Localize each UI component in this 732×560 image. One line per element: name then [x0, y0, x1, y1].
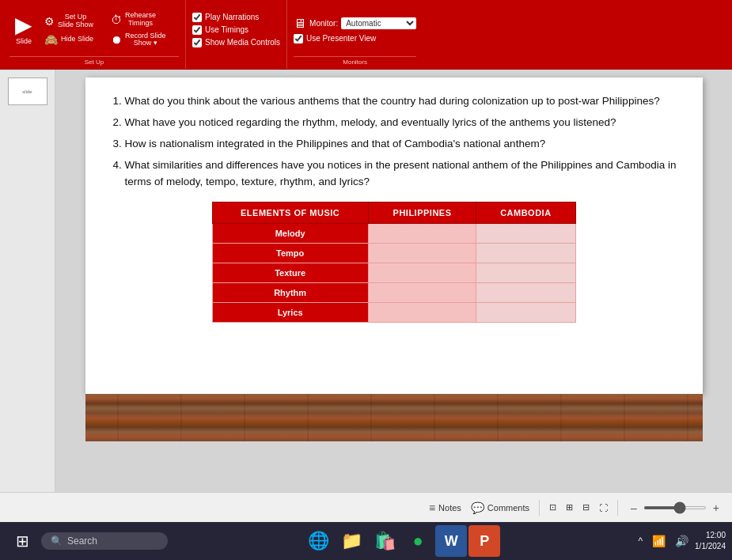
comments-label: Comments	[487, 503, 529, 513]
monitor-label: Monitor:	[309, 19, 338, 28]
system-tray-caret[interactable]: ^	[635, 534, 646, 548]
play-narrations-input[interactable]	[192, 13, 202, 22]
speaker-icon: 🔊	[675, 535, 688, 547]
question-4: What similarities and differences have y…	[125, 157, 679, 191]
use-timings-input[interactable]	[192, 25, 202, 35]
date-display: 1/1/2024	[695, 541, 726, 552]
normal-view-icon: ⊡	[549, 502, 556, 513]
start-button[interactable]: ⊞	[6, 525, 38, 557]
wood-background	[85, 394, 703, 441]
play-narrations-label: Play Narrations	[205, 13, 259, 21]
element-tempo: Tempo	[212, 243, 368, 263]
taskbar-store[interactable]: 🛍️	[369, 525, 400, 557]
reading-view-button[interactable]: ⊟	[582, 502, 590, 513]
checkbox-group: Play Narrations Use Timings Show Media C…	[192, 3, 280, 56]
table-row: Texture	[212, 263, 575, 282]
main-area: slide What do you think about the variou…	[0, 70, 732, 492]
header-cambodia: CAMBODIA	[476, 202, 575, 223]
table-row: Lyrics	[212, 302, 575, 322]
rehearse-label: RehearseTimings	[125, 12, 156, 28]
show-media-controls-label: Show Media Controls	[205, 38, 280, 47]
browser-icon: 🌐	[308, 531, 329, 551]
ribbon-checkboxes-section: Play Narrations Use Timings Show Media C…	[186, 0, 287, 69]
play-narrations-checkbox[interactable]: Play Narrations	[192, 13, 280, 22]
taskbar-file-explorer[interactable]: 📁	[336, 525, 367, 557]
lyrics-philippines	[368, 302, 476, 322]
presenter-view-button[interactable]: ⛶	[599, 503, 608, 513]
status-bar: ≡ Notes 💬 Comments ⊡ ⊞ ⊟ ⛶ – +	[0, 492, 732, 522]
slide-label: Slide	[16, 38, 32, 46]
header-philippines: PHILIPPINES	[368, 202, 476, 223]
spotify-icon: ●	[413, 531, 423, 551]
slide-canvas: What do you think about the various anth…	[55, 70, 732, 492]
presenter-view-icon: ⛶	[599, 503, 608, 513]
melody-philippines	[368, 223, 476, 243]
ribbon-setup-section: ▶ Slide ⚙ Set UpSlide Show 🙈 Hide Slide …	[3, 0, 186, 69]
monitor-group: 🖥 Monitor: Automatic Primary Monitor Use…	[294, 3, 416, 56]
taskbar-time: 12:00 1/1/2024	[695, 530, 726, 552]
taskbar-word[interactable]: W	[435, 525, 467, 557]
notes-button[interactable]: ≡ Notes	[429, 501, 461, 514]
texture-cambodia	[476, 263, 575, 282]
slide-content: What do you think about the various anth…	[85, 78, 703, 394]
rehearse-button[interactable]: ⏱ RehearseTimings	[108, 10, 179, 29]
volume-icon[interactable]: 🔊	[672, 533, 692, 549]
question-1-text: What do you think about the various anth…	[125, 95, 660, 107]
setup-section-label: Set Up	[9, 56, 179, 66]
search-bar[interactable]: 🔍 Search	[41, 532, 168, 550]
presenter-view-checkbox[interactable]: Use Presenter View	[294, 34, 416, 44]
search-label: Search	[67, 535, 97, 547]
reading-view-icon: ⊟	[582, 502, 590, 513]
element-texture: Texture	[212, 263, 368, 282]
use-timings-checkbox[interactable]: Use Timings	[192, 25, 280, 35]
slide-sorter-icon: ⊞	[566, 502, 573, 513]
comments-button[interactable]: 💬 Comments	[471, 501, 529, 514]
hide-button[interactable]: 🙈 Hide Slide	[41, 32, 104, 47]
taskbar-spotify[interactable]: ●	[402, 525, 434, 557]
zoom-minus-button[interactable]: –	[628, 500, 640, 516]
hide-label: Hide Slide	[61, 36, 93, 44]
wood-grain-texture	[85, 394, 703, 441]
notes-icon: ≡	[429, 501, 435, 514]
zoom-controls: – +	[628, 500, 723, 516]
word-icon: W	[445, 533, 458, 550]
table-row: Tempo	[212, 243, 575, 263]
zoom-plus-button[interactable]: +	[710, 500, 723, 516]
setup-label: Set UpSlide Show	[58, 13, 93, 29]
taskbar-right: ^ 📶 🔊 12:00 1/1/2024	[635, 530, 726, 552]
table-row: Melody	[212, 223, 575, 243]
wifi-icon: 📶	[652, 535, 666, 547]
question-3: How is nationalism integrated in the Phi…	[125, 136, 679, 153]
slide-thumbnail[interactable]: slide	[8, 78, 47, 105]
question-1: What do you think about the various anth…	[125, 93, 679, 110]
music-table-wrapper: ELEMENTS OF MUSIC PHILIPPINES CAMBODIA M…	[109, 202, 679, 323]
start-icon: ⊞	[16, 532, 29, 551]
texture-philippines	[368, 263, 476, 282]
show-media-controls-checkbox[interactable]: Show Media Controls	[192, 38, 280, 47]
ribbon: ▶ Slide ⚙ Set UpSlide Show 🙈 Hide Slide …	[0, 0, 732, 70]
normal-view-button[interactable]: ⊡	[549, 502, 556, 513]
taskbar-apps: 🌐 📁 🛍️ ● W P	[171, 525, 631, 557]
record-button[interactable]: ⏺ Record SlideShow ▾	[108, 31, 179, 50]
slide-button[interactable]: ▶ Slide	[9, 13, 38, 47]
network-icon[interactable]: 📶	[649, 533, 669, 549]
divider-2	[617, 500, 618, 516]
use-timings-label: Use Timings	[205, 25, 248, 34]
question-4-text: What similarities and differences have y…	[125, 159, 677, 187]
presenter-view-input[interactable]	[294, 34, 303, 44]
time-display: 12:00	[695, 530, 726, 541]
slide-questions: What do you think about the various anth…	[109, 93, 679, 191]
slide-icon: ▶	[13, 14, 35, 36]
setup-button[interactable]: ⚙ Set UpSlide Show	[41, 12, 104, 31]
rhythm-philippines	[368, 282, 476, 302]
monitor-select[interactable]: Automatic Primary Monitor	[341, 17, 416, 29]
taskbar-powerpoint[interactable]: P	[468, 525, 500, 557]
taskbar-browser[interactable]: 🌐	[302, 525, 334, 557]
element-rhythm: Rhythm	[212, 282, 368, 302]
slide-sorter-button[interactable]: ⊞	[566, 502, 573, 513]
zoom-slider[interactable]	[643, 506, 707, 509]
element-melody: Melody	[212, 223, 368, 243]
question-2-text: What have you noticed regarding the rhyt…	[125, 116, 616, 128]
show-media-controls-input[interactable]	[192, 38, 202, 47]
monitors-section-label: Monitors	[294, 56, 416, 66]
